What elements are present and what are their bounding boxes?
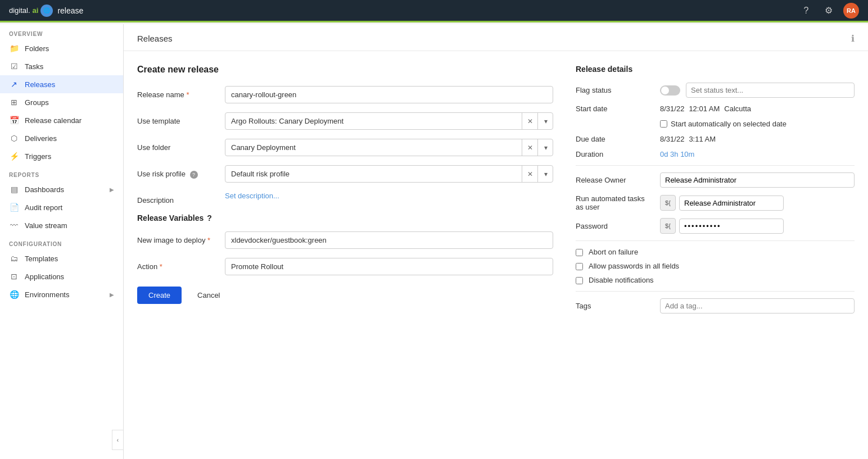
main-content: Releases ℹ Create new release Release na… xyxy=(124,24,868,459)
page-info-icon[interactable]: ℹ xyxy=(851,33,855,44)
release-details-panel: Release details Flag status Start date 8… xyxy=(576,65,855,320)
triggers-icon: ⚡ xyxy=(9,152,19,161)
sidebar-label-value-stream: Value stream xyxy=(25,221,67,230)
settings-icon[interactable]: ⚙ xyxy=(821,3,837,19)
description-control: Set description... xyxy=(225,192,553,200)
flag-status-row: Flag status xyxy=(576,83,855,98)
run-as-label: Run automated tasks as user xyxy=(576,194,654,211)
use-template-row: Use template ✕ ▾ xyxy=(137,112,553,130)
release-variables-help-icon[interactable]: ? xyxy=(207,213,212,222)
release-owner-input[interactable] xyxy=(660,172,855,188)
use-risk-profile-clear[interactable]: ✕ xyxy=(522,165,537,183)
sidebar-item-dashboards[interactable]: ▤ Dashboards ▶ xyxy=(0,180,123,198)
due-date-value: 8/31/22 3:11 AM xyxy=(660,135,716,143)
use-risk-profile-select-wrapper: ✕ ▾ xyxy=(225,165,553,183)
form-area: Create new release Release name * Use te… xyxy=(124,51,868,334)
password-input[interactable] xyxy=(679,219,784,234)
abort-on-failure-checkbox[interactable] xyxy=(576,249,583,256)
description-label: Description xyxy=(137,192,216,204)
disable-notifications-checkbox[interactable] xyxy=(576,277,583,284)
page-title: Releases xyxy=(137,34,173,43)
flag-status-toggle[interactable] xyxy=(660,85,680,96)
sidebar-label-folders: Folders xyxy=(25,44,49,53)
sidebar-label-releases: Releases xyxy=(25,80,55,89)
sidebar-collapse-btn[interactable]: ‹ xyxy=(112,430,123,450)
risk-profile-help-icon[interactable]: ? xyxy=(190,171,198,179)
allow-passwords-checkbox[interactable] xyxy=(576,263,583,270)
sidebar-item-value-stream[interactable]: 〰 Value stream xyxy=(0,216,123,234)
cancel-button[interactable]: Cancel xyxy=(188,287,229,304)
use-template-input[interactable] xyxy=(225,112,553,130)
password-dollar-btn[interactable]: ${ xyxy=(660,218,676,234)
environments-icon: 🌐 xyxy=(9,290,19,299)
sidebar-label-groups: Groups xyxy=(25,98,49,107)
releases-icon: ↗ xyxy=(9,80,19,89)
use-folder-clear[interactable]: ✕ xyxy=(522,139,537,156)
templates-icon: 🗂 xyxy=(9,254,19,263)
use-risk-profile-row: Use risk profile ? ✕ ▾ xyxy=(137,165,553,183)
sidebar-label-environments: Environments xyxy=(25,290,69,299)
sidebar-label-applications: Applications xyxy=(25,272,64,281)
use-folder-row: Use folder ✕ ▾ xyxy=(137,139,553,156)
product-icon: 🌐 release xyxy=(40,4,83,17)
ai-text: ai xyxy=(33,6,39,15)
auto-start-checkbox[interactable] xyxy=(660,120,667,128)
allow-passwords-row: Allow passwords in all fields xyxy=(576,262,855,270)
release-name-label: Release name * xyxy=(137,86,216,99)
release-name-input[interactable] xyxy=(225,86,553,103)
action-input[interactable] xyxy=(225,258,553,275)
new-image-input[interactable] xyxy=(225,231,553,249)
auto-start-label: Start automatically on selected date xyxy=(671,120,786,128)
disable-notifications-row: Disable notifications xyxy=(576,276,855,284)
reports-section-label: REPORTS xyxy=(0,165,123,180)
start-time: 12:01 AM xyxy=(689,104,720,113)
use-template-arrow[interactable]: ▾ xyxy=(537,112,553,130)
sidebar-item-tasks[interactable]: ☑ Tasks xyxy=(0,57,123,75)
due-date: 8/31/22 xyxy=(660,135,684,143)
duration-value: 0d 3h 10m xyxy=(660,150,694,158)
create-button[interactable]: Create xyxy=(137,287,182,304)
run-as-input[interactable] xyxy=(679,196,784,211)
description-link[interactable]: Set description... xyxy=(225,187,279,200)
use-folder-control: ✕ ▾ xyxy=(225,139,553,156)
product-name: release xyxy=(57,6,83,15)
user-avatar[interactable]: RA xyxy=(843,3,859,19)
sidebar-item-triggers[interactable]: ⚡ Triggers xyxy=(0,147,123,165)
use-folder-input[interactable] xyxy=(225,139,553,156)
brand-logo[interactable]: digital. ai 🌐 release xyxy=(9,4,83,17)
sidebar-item-environments[interactable]: 🌐 Environments ▶ xyxy=(0,285,123,303)
use-folder-arrow[interactable]: ▾ xyxy=(537,139,553,156)
new-image-control xyxy=(225,231,553,249)
release-variables-header: Release Variables ? xyxy=(137,213,553,222)
use-template-clear[interactable]: ✕ xyxy=(522,112,537,130)
use-risk-profile-input[interactable] xyxy=(225,165,553,183)
duration-row: Duration 0d 3h 10m xyxy=(576,150,855,158)
sidebar-item-deliveries[interactable]: ⬡ Deliveries xyxy=(0,129,123,147)
sidebar-label-calendar: Release calendar xyxy=(25,116,82,125)
run-as-dollar-btn[interactable]: ${ xyxy=(660,195,676,211)
use-risk-profile-arrow[interactable]: ▾ xyxy=(537,165,553,183)
form-left: Create new release Release name * Use te… xyxy=(137,65,553,320)
tags-input[interactable] xyxy=(660,298,855,313)
use-folder-label: Use folder xyxy=(137,139,216,152)
dashboards-chevron: ▶ xyxy=(110,187,114,193)
password-row: Password ${ xyxy=(576,218,855,234)
sidebar-item-release-calendar[interactable]: 📅 Release calendar xyxy=(0,111,123,129)
release-owner-label: Release Owner xyxy=(576,176,654,184)
run-as-row: Run automated tasks as user ${ xyxy=(576,194,855,211)
flag-status-input[interactable] xyxy=(686,83,855,98)
release-globe-icon: 🌐 xyxy=(40,4,53,17)
sidebar-item-releases[interactable]: ↗ Releases xyxy=(0,75,123,93)
use-template-label: Use template xyxy=(137,112,216,125)
help-icon[interactable]: ? xyxy=(798,3,814,19)
sidebar-label-tasks: Tasks xyxy=(25,62,43,71)
sidebar-item-folders[interactable]: 📁 Folders xyxy=(0,39,123,57)
due-date-label: Due date xyxy=(576,135,654,143)
sidebar-item-applications[interactable]: ⊡ Applications xyxy=(0,267,123,285)
sidebar-item-templates[interactable]: 🗂 Templates xyxy=(0,249,123,267)
sidebar-item-audit-report[interactable]: 📄 Audit report xyxy=(0,198,123,216)
start-date-label: Start date xyxy=(576,104,654,113)
use-risk-profile-actions: ✕ ▾ xyxy=(522,165,553,183)
sidebar-item-groups[interactable]: ⊞ Groups xyxy=(0,93,123,111)
duration-label: Duration xyxy=(576,150,654,158)
